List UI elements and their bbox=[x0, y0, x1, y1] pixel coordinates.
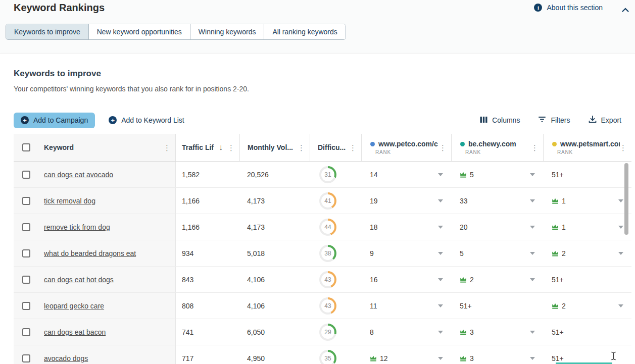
petco-rank-cell: 8 bbox=[361, 319, 451, 345]
row-checkbox[interactable] bbox=[22, 197, 30, 205]
column-menu-icon[interactable]: ⋮ bbox=[349, 144, 357, 151]
rank-dropdown-caret[interactable] bbox=[438, 331, 443, 334]
tab-all-ranking-keywords[interactable]: All ranking keywords bbox=[264, 24, 345, 39]
filter-icon bbox=[538, 116, 546, 124]
rank-value: 1 bbox=[562, 223, 566, 231]
rank-dropdown-caret[interactable] bbox=[530, 252, 535, 255]
difficulty-value: 44 bbox=[321, 221, 334, 234]
rank-dropdown-caret[interactable] bbox=[618, 304, 623, 307]
rank-value: 33 bbox=[460, 197, 468, 205]
row-checkbox[interactable] bbox=[22, 223, 30, 231]
rank-dropdown-caret[interactable] bbox=[438, 173, 443, 176]
column-menu-icon[interactable]: ⋮ bbox=[619, 144, 627, 151]
add-to-keyword-list-button[interactable]: + Add to Keyword List bbox=[109, 116, 184, 124]
rank-dropdown-caret[interactable] bbox=[530, 357, 535, 360]
rank-dropdown-caret[interactable] bbox=[438, 252, 443, 255]
export-button[interactable]: Export bbox=[589, 116, 621, 125]
tab-winning-keywords[interactable]: Winning keywords bbox=[190, 24, 265, 39]
keyword-link[interactable]: can dogs eat avocado bbox=[44, 171, 113, 179]
rank-value: 51+ bbox=[460, 302, 472, 310]
column-header-keyword[interactable]: Keyword ⋮ bbox=[39, 134, 175, 161]
rank-dropdown-caret[interactable] bbox=[530, 226, 535, 229]
rank-dropdown-caret[interactable] bbox=[530, 199, 535, 202]
petsmart-rank-cell: 51+ bbox=[543, 345, 631, 364]
row-checkbox[interactable] bbox=[22, 276, 30, 284]
table-row: remove tick from dog1,1664,1734418201 bbox=[14, 214, 631, 240]
row-checkbox[interactable] bbox=[22, 354, 30, 362]
difficulty-cell: 38 bbox=[310, 240, 361, 266]
filters-button[interactable]: Filters bbox=[538, 116, 570, 124]
tab-keywords-to-improve[interactable]: Keywords to improve bbox=[6, 24, 89, 39]
difficulty-gauge: 44 bbox=[319, 219, 336, 236]
select-all-checkbox[interactable] bbox=[22, 143, 30, 151]
keywords-table: Keyword ⋮ Traffic Lif ↓ ⋮ Monthly Vol...… bbox=[14, 134, 631, 364]
chewy-rank-cell: 5 bbox=[451, 162, 543, 187]
row-checkbox[interactable] bbox=[22, 302, 30, 310]
rank-dropdown-caret[interactable] bbox=[530, 331, 535, 334]
traffic-lift-value: 808 bbox=[175, 293, 239, 319]
collapse-section-button[interactable] bbox=[622, 5, 629, 14]
about-this-section-link[interactable]: i About this section bbox=[534, 4, 603, 12]
column-header-traffic-lift[interactable]: Traffic Lif ↓ ⋮ bbox=[175, 134, 239, 161]
keyword-link[interactable]: tick removal dog bbox=[44, 197, 95, 205]
difficulty-cell: 43 bbox=[310, 267, 361, 292]
traffic-lift-value: 717 bbox=[175, 345, 239, 364]
column-header-chewy[interactable]: be.chewy.com RANK ⋮ bbox=[451, 134, 543, 161]
rank-value: 51+ bbox=[552, 328, 564, 336]
row-checkbox[interactable] bbox=[22, 171, 30, 179]
monthly-volume-value: 4,106 bbox=[239, 267, 310, 292]
petsmart-rank-cell: 2 bbox=[543, 293, 631, 319]
column-header-difficulty[interactable]: Difficu... ⋮ bbox=[310, 134, 361, 161]
rank-value: 51+ bbox=[552, 354, 564, 362]
traffic-lift-value: 843 bbox=[175, 267, 239, 292]
rank-dropdown-caret[interactable] bbox=[530, 173, 535, 176]
keyword-rankings-tabs: Keywords to improve New keyword opportun… bbox=[6, 24, 346, 40]
petsmart-rank-cell: 1 bbox=[543, 188, 631, 214]
chevron-up-icon bbox=[622, 5, 629, 14]
keyword-link[interactable]: avocado dogs bbox=[44, 354, 88, 362]
rank-dropdown-caret[interactable] bbox=[438, 199, 443, 202]
column-menu-icon[interactable]: ⋮ bbox=[439, 144, 447, 151]
rank-dropdown-caret[interactable] bbox=[530, 278, 535, 281]
monthly-volume-value: 4,173 bbox=[239, 188, 310, 214]
column-header-petsmart[interactable]: www.petsmart.com RANK ⋮ bbox=[543, 134, 631, 161]
rank-value: 3 bbox=[470, 328, 474, 336]
vertical-scrollbar-thumb[interactable] bbox=[624, 163, 628, 235]
column-header-petco[interactable]: www.petco.com/cor RANK ⋮ bbox=[361, 134, 451, 161]
rank-value: 20 bbox=[460, 223, 468, 231]
column-menu-icon[interactable]: ⋮ bbox=[531, 144, 539, 151]
crown-icon bbox=[460, 355, 467, 361]
difficulty-gauge: 35 bbox=[319, 350, 336, 364]
tab-new-keyword-opportunities[interactable]: New keyword opportunities bbox=[89, 24, 190, 39]
traffic-lift-value: 1,166 bbox=[175, 188, 239, 214]
rank-value: 2 bbox=[470, 276, 474, 284]
column-menu-icon[interactable]: ⋮ bbox=[163, 144, 171, 151]
difficulty-cell: 31 bbox=[310, 162, 361, 187]
keyword-link[interactable]: can dogs eat hot dogs bbox=[44, 276, 114, 284]
petco-rank-cell: 14 bbox=[361, 162, 451, 187]
row-checkbox[interactable] bbox=[22, 328, 30, 336]
column-header-monthly-volume[interactable]: Monthly Vol... ⋮ bbox=[239, 134, 310, 161]
keyword-link[interactable]: remove tick from dog bbox=[44, 223, 110, 231]
keyword-link[interactable]: what do bearded dragons eat bbox=[44, 249, 136, 257]
columns-button[interactable]: Columns bbox=[480, 116, 520, 125]
row-checkbox[interactable] bbox=[22, 249, 30, 257]
keyword-link[interactable]: leopard gecko care bbox=[44, 302, 104, 310]
sort-desc-icon[interactable]: ↓ bbox=[219, 143, 223, 152]
keyword-link[interactable]: can dogs eat bacon bbox=[44, 328, 106, 336]
rank-dropdown-caret[interactable] bbox=[618, 226, 623, 229]
checkbox-cell bbox=[14, 293, 39, 319]
rank-dropdown-caret[interactable] bbox=[438, 304, 443, 307]
crown-icon bbox=[460, 172, 467, 178]
column-menu-icon[interactable]: ⋮ bbox=[298, 144, 305, 151]
rank-dropdown-caret[interactable] bbox=[618, 199, 623, 202]
column-menu-icon[interactable]: ⋮ bbox=[227, 144, 235, 151]
add-to-campaign-button[interactable]: + Add to Campaign bbox=[14, 113, 95, 128]
rank-value: 8 bbox=[370, 328, 374, 336]
rank-dropdown-caret[interactable] bbox=[438, 357, 443, 360]
rank-dropdown-caret[interactable] bbox=[438, 226, 443, 229]
keyword-cell: can dogs eat bacon bbox=[39, 319, 175, 345]
rank-dropdown-caret[interactable] bbox=[618, 252, 623, 255]
table-toolbar: + Add to Campaign + Add to Keyword List … bbox=[14, 112, 621, 128]
rank-dropdown-caret[interactable] bbox=[438, 278, 443, 281]
